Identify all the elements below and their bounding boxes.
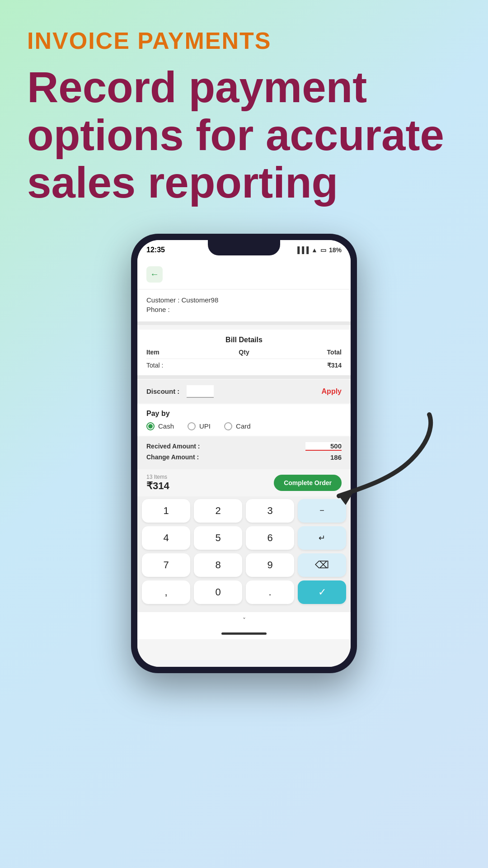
- signal-icon: ▐▐▐: [295, 246, 309, 254]
- status-icons: ▐▐▐ ▲ ▭ 18%: [295, 246, 342, 254]
- received-label: Recived Amount :: [146, 443, 200, 450]
- upi-label: UPI: [199, 422, 211, 430]
- bill-column-headers: Item Qty Total: [146, 349, 342, 359]
- card-radio[interactable]: [224, 422, 232, 430]
- key-5[interactable]: 5: [194, 526, 242, 550]
- discount-input[interactable]: [187, 385, 214, 398]
- key-0[interactable]: 0: [194, 580, 242, 604]
- col-qty-header: Qty: [211, 349, 277, 356]
- col-item-header: Item: [146, 349, 211, 356]
- home-indicator: [221, 632, 267, 635]
- key-8[interactable]: 8: [194, 553, 242, 577]
- key-dot[interactable]: .: [246, 580, 294, 604]
- total-value: ₹314: [277, 362, 342, 369]
- customer-info-section: Customer : Customer98 Phone :: [137, 290, 351, 321]
- order-info: 13 Items ₹314: [146, 474, 169, 492]
- customer-label: Customer :: [146, 296, 179, 304]
- customer-name-row: Customer : Customer98: [146, 296, 342, 304]
- payment-option-upi[interactable]: UPI: [188, 422, 211, 430]
- wifi-icon: ▲: [311, 246, 318, 254]
- phone-mockup-area: 12:35 ▐▐▐ ▲ ▭ 18% ←: [27, 234, 461, 673]
- key-enter[interactable]: ↵: [298, 526, 346, 550]
- keypad-row-3: 7 8 9 ⌫: [142, 553, 346, 577]
- payment-options: Cash UPI Card: [146, 422, 342, 430]
- battery-percent: 18%: [329, 246, 342, 254]
- keypad: 1 2 3 − 4 5 6 ↵ 7 8: [137, 496, 351, 612]
- page-container: INVOICE PAYMENTS Record payment options …: [0, 0, 488, 868]
- received-amount-row: Recived Amount :: [146, 442, 342, 451]
- divider-2: [137, 375, 351, 379]
- cash-radio[interactable]: [146, 422, 155, 430]
- apply-button[interactable]: Apply: [322, 387, 342, 396]
- cash-label: Cash: [158, 422, 174, 430]
- pay-by-label: Pay by: [146, 410, 342, 418]
- change-label: Change Amount :: [146, 453, 199, 461]
- arrow-container: [321, 406, 447, 505]
- key-comma[interactable]: ,: [142, 580, 190, 604]
- keypad-row-4: , 0 . ✓: [142, 580, 346, 604]
- phone-notch: [208, 240, 280, 255]
- phone-row: Phone :: [146, 306, 342, 313]
- amount-section: Recived Amount : Change Amount : 186: [137, 437, 351, 469]
- bill-total-row: Total : ₹314: [146, 359, 342, 369]
- change-amount-row: Change Amount : 186: [146, 453, 342, 461]
- keypad-row-2: 4 5 6 ↵: [142, 526, 346, 550]
- bottom-bar: 13 Items ₹314 Complete Order: [137, 469, 351, 496]
- status-time: 12:35: [146, 246, 165, 254]
- items-count: 13 Items: [146, 474, 169, 480]
- app-content: ← Customer : Customer98 Phone :: [137, 260, 351, 667]
- bill-details-section: Bill Details Item Qty Total Total : ₹314: [137, 330, 351, 375]
- arrow-icon: [321, 406, 447, 505]
- customer-name: Customer98: [182, 296, 219, 304]
- phone-label: Phone :: [146, 306, 170, 313]
- key-6[interactable]: 6: [246, 526, 294, 550]
- key-9[interactable]: 9: [246, 553, 294, 577]
- chevron-down-icon: ˅: [243, 617, 246, 624]
- payment-option-cash[interactable]: Cash: [146, 422, 174, 430]
- payment-option-card[interactable]: Card: [224, 422, 251, 430]
- key-confirm[interactable]: ✓: [298, 580, 346, 604]
- key-2[interactable]: 2: [194, 499, 242, 523]
- app-header: ←: [137, 260, 351, 289]
- total-label: Total :: [146, 362, 277, 369]
- order-total: ₹314: [146, 480, 169, 492]
- key-4[interactable]: 4: [142, 526, 190, 550]
- discount-section: Discount : Apply: [137, 380, 351, 403]
- headline: Record payment options for accurate sale…: [27, 63, 461, 207]
- key-1[interactable]: 1: [142, 499, 190, 523]
- phone-screen: 12:35 ▐▐▐ ▲ ▭ 18% ←: [137, 240, 351, 667]
- phone-bottom: ˅: [137, 612, 351, 628]
- home-indicator-bar: [137, 628, 351, 639]
- key-3[interactable]: 3: [246, 499, 294, 523]
- bill-title: Bill Details: [146, 336, 342, 344]
- key-backspace[interactable]: ⌫: [298, 553, 346, 577]
- pay-by-section: Pay by Cash: [137, 404, 351, 436]
- upi-radio[interactable]: [188, 422, 196, 430]
- card-label: Card: [236, 422, 251, 430]
- invoice-label: INVOICE PAYMENTS: [27, 27, 461, 54]
- back-button[interactable]: ←: [146, 266, 163, 283]
- battery-icon: ▭: [320, 246, 326, 254]
- col-total-header: Total: [277, 349, 342, 356]
- key-7[interactable]: 7: [142, 553, 190, 577]
- divider-1: [137, 321, 351, 325]
- cash-radio-inner: [148, 424, 153, 429]
- keypad-row-1: 1 2 3 −: [142, 499, 346, 523]
- discount-label: Discount :: [146, 387, 179, 395]
- header-section: INVOICE PAYMENTS Record payment options …: [27, 27, 461, 207]
